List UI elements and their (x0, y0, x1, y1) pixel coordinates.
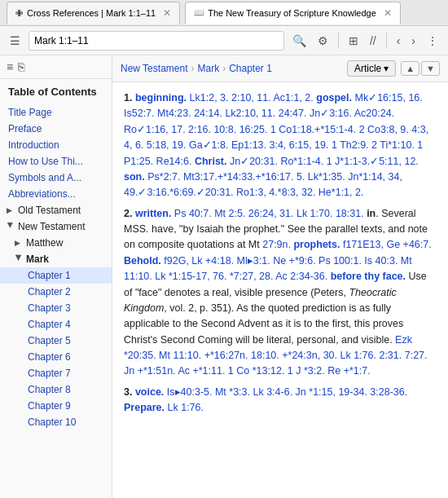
sidebar-list-button[interactable]: ≡ (7, 60, 13, 73)
verse-1-beginning[interactable]: beginning. (135, 92, 187, 104)
verse-3-prepare[interactable]: Prepare. (124, 402, 165, 413)
article-button[interactable]: Article ▾ (347, 60, 396, 77)
back-button[interactable]: ‹ (393, 33, 404, 49)
verse-2-mt-ref[interactable]: 27:9n. (262, 239, 291, 250)
toc-section-new-testament[interactable]: ▶ New Testament (0, 218, 112, 235)
sidebar-copy-button[interactable]: ⎘ (18, 60, 24, 73)
verse-1-refs[interactable]: Lk1:2, 3. 2:10, 11. Ac1:1, 2. (190, 92, 317, 104)
toc-label-mark: Mark (26, 253, 49, 265)
verse-2-before-face[interactable]: before thy face. (331, 271, 406, 282)
tab-icon-treasury: 📖 (194, 8, 204, 17)
toc-item-chapter-6[interactable]: Chapter 6 (0, 349, 112, 365)
verse-1-son-refs[interactable]: Ps*2:7. Mt3:17.+*14:33.+*16:17. 5. Lk*1:… (124, 171, 402, 198)
tab-label-cross: Cross References | Mark 1:1–11 (27, 8, 156, 18)
toc-label-matthew: Matthew (26, 237, 63, 249)
tab-cross-references[interactable]: ✙ Cross References | Mark 1:1–11 ✕ (7, 2, 180, 24)
triangle-new-testament: ▶ (7, 223, 15, 231)
link-button[interactable]: // (367, 33, 380, 49)
toc-list[interactable]: Title Page Preface Introduction How to U… (0, 101, 112, 498)
separator2 (386, 33, 387, 49)
breadcrumb-sep2: › (222, 63, 226, 74)
columns-button[interactable]: ⊞ (345, 33, 362, 49)
toc-item-preface[interactable]: Preface (0, 121, 112, 137)
verse-2-written-refs[interactable]: Ps 40:7. Mt 2:5. 26:24, 31. Lk 1:70. 18:… (174, 208, 367, 219)
breadcrumb: New Testament › Mark › Chapter 1 (121, 63, 342, 74)
toc-item-chapter-5[interactable]: Chapter 5 (0, 333, 112, 349)
sidebar-toolbar: ≡ ⎘ (0, 55, 112, 79)
verse-3-prepare-refs[interactable]: Lk 1:76. (168, 402, 204, 413)
main-layout: ≡ ⎘ Table of Contents Title Page Preface… (0, 55, 448, 498)
toc-item-chapter-9[interactable]: Chapter 9 (0, 398, 112, 414)
triangle-mark: ▶ (15, 255, 23, 263)
breadcrumb-chapter1[interactable]: Chapter 1 (229, 63, 272, 74)
forward-button[interactable]: › (408, 33, 419, 49)
verse-2-behold[interactable]: Behold. (124, 255, 161, 267)
separator (338, 33, 339, 49)
toc-label-new-testament: New Testament (18, 221, 85, 232)
search-button[interactable]: 🔍 (289, 33, 310, 49)
toc-item-chapter-2[interactable]: Chapter 2 (0, 284, 112, 300)
tab-icon-cross: ✙ (15, 8, 23, 19)
breadcrumb-mark[interactable]: Mark (197, 63, 219, 74)
content-body: 1. beginning. Lk1:2, 3. 2:10, 11. Ac1:1,… (112, 82, 448, 498)
toc-section-old-testament[interactable]: ▶ Old Testament (0, 202, 112, 218)
toc-item-chapter-4[interactable]: Chapter 4 (0, 316, 112, 333)
toc-item-chapter-3[interactable]: Chapter 3 (0, 300, 112, 316)
toc-label-old-testament: Old Testament (18, 205, 81, 216)
verse-2-in: in. (367, 208, 379, 219)
toc-section-mark[interactable]: ▶ Mark (0, 251, 112, 267)
toc-item-how-to-use[interactable]: How to Use Thi... (0, 153, 112, 170)
verse-2-prophets[interactable]: prophets. (293, 239, 340, 250)
toc-item-chapter-8[interactable]: Chapter 8 (0, 381, 112, 398)
address-bar: Mark 1:1–11 (29, 31, 284, 51)
verse-3: 3. voice. Is▸40:3-5. Mt *3:3. Lk 3:4-6. … (124, 385, 437, 416)
verse-1-gospel[interactable]: gospel. (316, 92, 352, 104)
toc-item-introduction[interactable]: Introduction (0, 137, 112, 153)
content-area: New Testament › Mark › Chapter 1 Article… (112, 55, 448, 498)
toc-item-chapter-1[interactable]: Chapter 1 (0, 267, 112, 284)
breadcrumb-sep1: › (191, 63, 194, 74)
toc-item-chapter-7[interactable]: Chapter 7 (0, 365, 112, 381)
hamburger-button[interactable]: ☰ (7, 33, 24, 49)
nav-down-button[interactable]: ▼ (421, 61, 440, 76)
content-toolbar: New Testament › Mark › Chapter 1 Article… (112, 55, 448, 82)
address-input[interactable]: Mark 1:1–11 (34, 35, 279, 46)
tab-treasury[interactable]: 📖 The New Treasury of Scripture Knowledg… (185, 2, 401, 24)
sidebar: ≡ ⎘ Table of Contents Title Page Preface… (0, 55, 112, 498)
tab-close-cross[interactable]: ✕ (163, 7, 171, 19)
verse-2-theocratic-ref: , vol. 2, p. 351). As the quoted predict… (124, 302, 403, 346)
nav-arrows: ▲ ▼ (401, 61, 440, 76)
nav-up-button[interactable]: ▲ (401, 61, 419, 76)
verse-1-number: 1. (124, 92, 135, 104)
verse-2-prophets-refs[interactable]: f171E13, Ge +46:7. (343, 239, 432, 250)
verse-1-christ[interactable]: Christ. (195, 156, 227, 167)
toolbar: ☰ Mark 1:1–11 🔍 ⚙ ⊞ // ‹ › ⋮ (0, 26, 448, 55)
verse-2-number: 2. (124, 208, 135, 219)
tab-close-treasury[interactable]: ✕ (384, 7, 392, 19)
verse-1: 1. beginning. Lk1:2, 3. 2:10, 11. Ac1:1,… (124, 90, 437, 201)
triangle-old-testament: ▶ (7, 206, 15, 214)
verse-1-christ-refs[interactable]: Jn✓20:31. Ro*1:1-4. 1 J*1:1-3.✓5:11, 12. (230, 156, 419, 167)
title-bar: ✙ Cross References | Mark 1:1–11 ✕ 📖 The… (0, 0, 448, 26)
more-button[interactable]: ⋮ (424, 33, 441, 49)
sidebar-title: Table of Contents (0, 79, 112, 101)
tab-label-treasury: The New Treasury of Scripture Knowledge (208, 8, 376, 18)
verse-1-son[interactable]: son. (124, 171, 145, 183)
toc-item-abbreviations[interactable]: Abbreviations... (0, 186, 112, 202)
settings-button[interactable]: ⚙ (314, 33, 332, 49)
verse-3-voice[interactable]: voice. (135, 386, 164, 398)
toc-item-symbols[interactable]: Symbols and A... (0, 170, 112, 186)
toc-item-chapter-10[interactable]: Chapter 10 (0, 414, 112, 430)
article-label: Article (354, 63, 381, 74)
triangle-matthew: ▶ (15, 239, 23, 247)
verse-3-number: 3. (124, 386, 135, 398)
verse-3-voice-refs[interactable]: Is▸40:3-5. Mt *3:3. Lk 3:4-6. Jn *1:15, … (167, 386, 407, 398)
article-chevron: ▾ (384, 63, 389, 74)
toc-item-title-page[interactable]: Title Page (0, 104, 112, 121)
verse-2: 2. written. Ps 40:7. Mt 2:5. 26:24, 31. … (124, 206, 437, 380)
breadcrumb-new-testament[interactable]: New Testament (121, 63, 187, 74)
toc-section-matthew[interactable]: ▶ Matthew (0, 235, 112, 251)
verse-2-written[interactable]: written. (135, 208, 171, 219)
